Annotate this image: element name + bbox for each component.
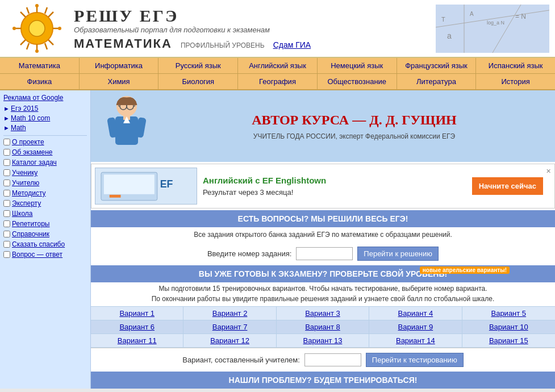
- checkbox-uchitelyu[interactable]: [3, 180, 10, 186]
- checkbox-o-proekte[interactable]: [3, 139, 10, 145]
- sidebar-nav-label-ob-ekzamene[interactable]: Об экзамене: [12, 148, 52, 156]
- svg-line-31: [118, 106, 120, 106]
- variant-11-link[interactable]: Вариант 11: [118, 336, 157, 345]
- sidebar-nav-label-spravochnik[interactable]: Справочник: [12, 230, 49, 238]
- variant-cell: Вариант 13: [277, 334, 369, 347]
- task-number-input[interactable]: [296, 247, 353, 260]
- sidebar-nav-label-vopros[interactable]: Вопрос — ответ: [12, 251, 62, 258]
- sidebar-nav-label-katalog[interactable]: Каталог задач: [12, 159, 57, 166]
- sidebar-ad-label[interactable]: Реклама от Google: [3, 94, 87, 102]
- sidebar-nav-vopros[interactable]: Вопрос — ответ: [3, 251, 87, 258]
- variant-2-link[interactable]: Вариант 2: [212, 309, 248, 318]
- nav-geography[interactable]: География: [238, 74, 318, 89]
- nav-history[interactable]: История: [476, 74, 555, 89]
- teacher-variant-input[interactable]: [304, 353, 361, 366]
- sidebar-nav-repetitory[interactable]: Репетиторы: [3, 220, 87, 228]
- checkbox-repetitory[interactable]: [3, 220, 10, 227]
- sidebar-nav-ekspertu[interactable]: Эксперту: [3, 199, 87, 207]
- nav-social[interactable]: Обществознание: [318, 74, 397, 89]
- nav-chemistry[interactable]: Химия: [80, 74, 159, 89]
- author-text: АВТОР КУРСА — Д. Д. ГУЩИН УЧИТЕЛЬ ГОДА Р…: [158, 112, 550, 140]
- checkbox-shkola[interactable]: [3, 210, 10, 217]
- variant-15-link[interactable]: Вариант 15: [489, 336, 528, 345]
- ad-start-button[interactable]: Начните сейчас: [472, 177, 543, 195]
- sidebar-nav-ucheniku[interactable]: Ученику: [3, 169, 87, 177]
- variant-7-link[interactable]: Вариант 7: [212, 323, 248, 331]
- teacher-variant-row: Вариант, составленный учителем: Перейти …: [91, 348, 555, 372]
- variant-12-link[interactable]: Вариант 12: [210, 336, 249, 345]
- checkbox-spasibo[interactable]: [3, 241, 10, 248]
- variant-14-link[interactable]: Вариант 14: [396, 336, 435, 345]
- checkbox-vopros[interactable]: [3, 251, 10, 258]
- variant-4-link[interactable]: Вариант 4: [398, 309, 433, 318]
- variant-cell: Вариант 4: [369, 307, 462, 320]
- checkbox-ucheniku[interactable]: [3, 169, 10, 176]
- sidebar-nav-label-shkola[interactable]: Школа: [12, 210, 32, 218]
- section2-header-text: ВЫ УЖЕ ГОТОВЫ К ЭКЗАМЕНУ? ПРОВЕРЬТЕ СВОЙ…: [199, 269, 447, 278]
- checkbox-spravochnik[interactable]: [3, 231, 10, 237]
- go-to-testing-button[interactable]: Перейти к тестированию: [366, 353, 464, 367]
- sidebar-link-3[interactable]: ► Math: [3, 124, 87, 132]
- sidebar-nav-label-uchitelyu[interactable]: Учителю: [12, 179, 39, 187]
- variant-grid-row1: Вариант 1 Вариант 2 Вариант 3 Вариант 4 …: [91, 306, 555, 320]
- sidebar-nav-ob-ekzamene[interactable]: Об экзамене: [3, 148, 87, 156]
- svg-text:A: A: [470, 11, 474, 17]
- gim-link[interactable]: Сдам ГИА: [273, 40, 311, 49]
- variant-13-link[interactable]: Вариант 13: [303, 336, 343, 345]
- checkbox-ob-ekzamene[interactable]: [3, 149, 10, 156]
- sidebar-link-label-3[interactable]: Math: [11, 124, 26, 132]
- new-badge: новые апрельские варианты!: [420, 266, 510, 274]
- svg-text:T: T: [441, 16, 445, 23]
- go-to-solution-button[interactable]: Перейти к решению: [357, 247, 439, 261]
- variant-cell: Вариант 14: [369, 334, 462, 347]
- svg-rect-40: [104, 174, 155, 194]
- ad-image: EF: [95, 168, 197, 205]
- sidebar-nav-label-spasibo[interactable]: Сказать спасибо: [12, 240, 65, 248]
- nav-german[interactable]: Немецкий язык: [318, 58, 397, 73]
- author-subtitle: УЧИТЕЛЬ ГОДА РОССИИ, эксперт Федеральной…: [158, 132, 550, 140]
- sidebar-nav-shkola[interactable]: Школа: [3, 210, 87, 218]
- teacher-variant-label: Вариант, составленный учителем:: [182, 356, 299, 364]
- checkbox-katalog[interactable]: [3, 159, 10, 166]
- sidebar-nav-label-o-proekte[interactable]: О проекте: [12, 138, 44, 146]
- sidebar-nav-label-repetitory[interactable]: Репетиторы: [12, 220, 49, 228]
- sidebar-link-label-1[interactable]: Егэ 2015: [11, 105, 39, 112]
- ad-banner: EF Английский с EF Englishtown Результат…: [91, 164, 555, 208]
- sidebar-link-2[interactable]: ► Math 10 com: [3, 114, 87, 122]
- variant-8-link[interactable]: Вариант 8: [305, 323, 340, 331]
- nav-literature[interactable]: Литература: [397, 74, 477, 89]
- variant-10-link[interactable]: Вариант 10: [489, 323, 528, 331]
- checkbox-ekspertu[interactable]: [3, 200, 10, 207]
- svg-line-9: [20, 40, 26, 45]
- sidebar-nav-o-proekte[interactable]: О проекте: [3, 138, 87, 146]
- nav-matematika[interactable]: Математика: [0, 58, 80, 73]
- variant-6-link[interactable]: Вариант 6: [119, 323, 155, 331]
- arrow-icon-1: ►: [3, 105, 10, 112]
- nav-english[interactable]: Английский язык: [238, 58, 318, 73]
- svg-point-1: [29, 20, 45, 36]
- sidebar-nav-metodistu[interactable]: Методисту: [3, 189, 87, 197]
- checkbox-metodistu[interactable]: [3, 190, 10, 197]
- ad-text-area: Английский с EF Englishtown Результат че…: [197, 176, 472, 197]
- ad-close-icon[interactable]: ✕: [546, 168, 551, 175]
- sidebar-nav-katalog[interactable]: Каталог задач: [3, 159, 87, 166]
- nav-french[interactable]: Французский язык: [397, 58, 477, 73]
- sidebar-link-label-2[interactable]: Math 10 com: [11, 114, 50, 122]
- nav-physics[interactable]: Физика: [0, 74, 80, 89]
- sidebar-nav-uchitelyu[interactable]: Учителю: [3, 179, 87, 187]
- variant-3-link[interactable]: Вариант 3: [305, 309, 340, 318]
- nav-biology[interactable]: Биология: [158, 74, 238, 89]
- sidebar-nav-label-ekspertu[interactable]: Эксперту: [12, 199, 41, 207]
- variant-cell: Вариант 9: [369, 320, 462, 333]
- variant-5-link[interactable]: Вариант 5: [491, 309, 526, 318]
- nav-spanish[interactable]: Испанский язык: [476, 58, 555, 73]
- sidebar-nav-label-ucheniku[interactable]: Ученику: [12, 169, 37, 177]
- sidebar-nav-spravochnik[interactable]: Справочник: [3, 230, 87, 238]
- nav-informatika[interactable]: Информатика: [80, 58, 159, 73]
- variant-1-link[interactable]: Вариант 1: [119, 309, 155, 318]
- sidebar-link-1[interactable]: ► Егэ 2015: [3, 105, 87, 112]
- variant-9-link[interactable]: Вариант 9: [398, 323, 433, 331]
- sidebar-nav-spasibo[interactable]: Сказать спасибо: [3, 240, 87, 248]
- nav-russian[interactable]: Русский язык: [158, 58, 238, 73]
- sidebar-nav-label-metodistu[interactable]: Методисту: [12, 189, 46, 197]
